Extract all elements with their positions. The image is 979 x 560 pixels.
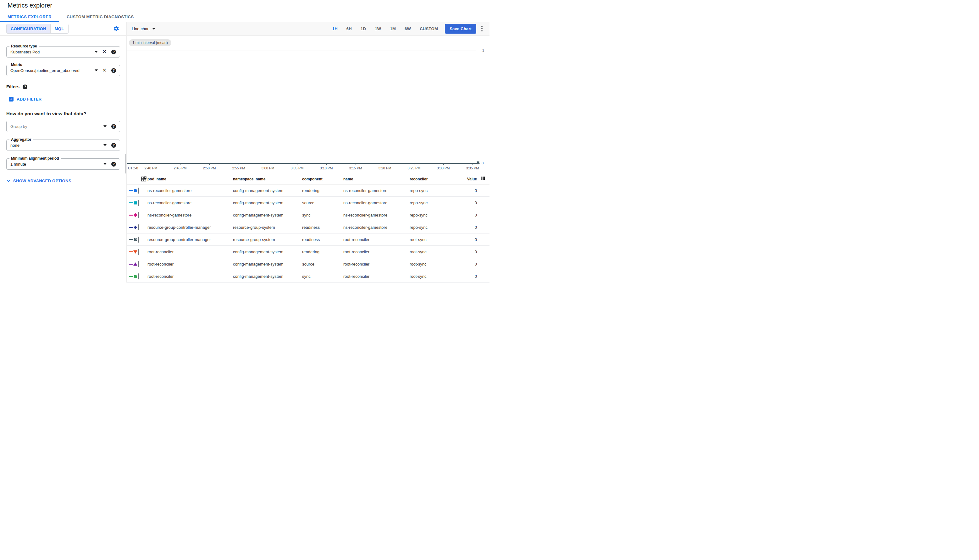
series-checkbox[interactable] (138, 273, 139, 279)
x-axis-tick-label: 3:15 PM (349, 166, 362, 170)
page-header: Metrics explorer (0, 0, 489, 11)
toggle-all-series-icon[interactable] (127, 176, 147, 182)
cell-reconciler: repo-sync (410, 188, 450, 193)
show-advanced-options-button[interactable]: SHOW ADVANCED OPTIONS (6, 178, 120, 183)
column-header-component: component (302, 177, 343, 181)
table-row: ns-reconciler-gamestore config-managemen… (127, 185, 489, 197)
cell-namespace-name: config-management-system (233, 250, 302, 254)
group-by-placeholder: Group by (10, 124, 101, 129)
cell-pod-name: ns-reconciler-gamestore (147, 188, 233, 193)
cell-value: 0 (450, 274, 477, 279)
chart-toolbar: Line chart 1H 6H 1D 1W 1M 6W CUSTOM Save… (127, 22, 489, 35)
data-point-cluster-icon[interactable] (476, 161, 480, 166)
chevron-down-icon[interactable] (103, 125, 107, 127)
configuration-mode-button[interactable]: CONFIGURATION (7, 24, 50, 33)
min-alignment-period-field[interactable]: Minimum alignment period 1 minute ? (6, 158, 120, 170)
cell-reconciler: root-sync (410, 274, 450, 279)
series-checkbox[interactable] (138, 212, 139, 218)
tab-custom-metric-diagnostics[interactable]: CUSTOM METRIC DIAGNOSTICS (59, 11, 141, 22)
tab-custom-metric-diagnostics-label: CUSTOM METRIC DIAGNOSTICS (67, 15, 133, 19)
help-icon[interactable]: ? (111, 68, 116, 73)
help-icon[interactable]: ? (111, 162, 116, 167)
save-chart-button[interactable]: Save Chart (445, 24, 476, 33)
tab-bar: METRICS EXPLORER CUSTOM METRIC DIAGNOSTI… (0, 11, 489, 22)
series-marker-square-icon (129, 201, 137, 205)
series-checkbox[interactable] (138, 249, 139, 255)
resource-type-field[interactable]: Resource type Kubernetes Pod ✕ ? (6, 46, 120, 58)
range-button-1h[interactable]: 1H (332, 27, 338, 31)
more-options-icon[interactable] (480, 25, 484, 33)
group-by-field[interactable]: Group by ? (6, 121, 120, 132)
range-button-1w[interactable]: 1W (375, 27, 381, 31)
cell-namespace-name: config-management-system (233, 188, 302, 193)
help-icon[interactable]: ? (111, 143, 116, 148)
line-chart: 1 min interval (mean) 1 2:40 PM2:45 PM2:… (127, 35, 489, 174)
select-all-checkboxes-icon (141, 176, 147, 182)
cell-value: 0 (450, 213, 477, 217)
series-marker-plus-icon (129, 225, 137, 229)
series-checkbox[interactable] (138, 261, 139, 267)
range-button-6w[interactable]: 6W (405, 27, 411, 31)
cell-component: rendering (302, 250, 343, 254)
chevron-down-icon (152, 28, 155, 30)
y-axis-label-1: 1 (482, 48, 484, 52)
range-button-1m[interactable]: 1M (390, 27, 396, 31)
aggregator-field[interactable]: Aggregator none ? (6, 140, 120, 151)
chevron-down-icon[interactable] (103, 144, 107, 146)
resource-type-value: Kubernetes Pod (10, 50, 92, 54)
x-axis-tick-label: 3:05 PM (291, 166, 304, 170)
series-marker-circle-icon (129, 188, 137, 193)
add-filter-button[interactable]: + ADD FILTER (9, 97, 120, 102)
tab-metrics-explorer[interactable]: METRICS EXPLORER (0, 11, 59, 22)
cell-reconciler: repo-sync (410, 225, 450, 230)
cell-value: 0 (450, 200, 477, 205)
column-header-reconciler: reconciler (410, 177, 450, 181)
clear-icon[interactable]: ✕ (102, 68, 107, 73)
range-button-1d[interactable]: 1D (360, 27, 366, 31)
series-checkbox[interactable] (138, 200, 139, 206)
cell-value: 0 (450, 188, 477, 193)
chevron-down-icon[interactable] (103, 163, 107, 165)
chevron-down-icon[interactable] (95, 51, 98, 53)
legend-table-header: pod_name namespace_name component name r… (127, 174, 489, 185)
table-row: resource-group-controller-manager resour… (127, 221, 489, 233)
cell-name: ns-reconciler-gamestore (343, 188, 410, 193)
x-axis-tickmark (385, 164, 385, 165)
panel-scrollbar-thumb[interactable] (125, 154, 126, 173)
cell-component: source (302, 262, 343, 267)
clear-icon[interactable]: ✕ (102, 49, 107, 54)
settings-gear-icon[interactable] (113, 25, 120, 32)
mode-toggle-group: CONFIGURATION MQL (6, 24, 68, 33)
series-checkbox[interactable] (138, 188, 139, 193)
series-checkbox[interactable] (138, 224, 139, 230)
help-icon[interactable]: ? (111, 124, 116, 129)
mql-mode-button[interactable]: MQL (50, 24, 68, 33)
chevron-down-icon[interactable] (95, 70, 98, 71)
chart-pane: Line chart 1H 6H 1D 1W 1M 6W CUSTOM Save… (127, 22, 489, 283)
cell-pod-name: resource-group-controller-manager (147, 225, 233, 230)
x-axis-tick-label: 3:30 PM (437, 166, 450, 170)
range-button-6h[interactable]: 6H (347, 27, 352, 31)
cell-name: root-reconciler (343, 237, 410, 242)
cell-component: readiness (302, 237, 343, 242)
x-axis-tick-label: 3:25 PM (408, 166, 421, 170)
cell-name: root-reconciler (343, 274, 410, 279)
interval-chip[interactable]: 1 min interval (mean) (129, 39, 171, 46)
range-button-custom[interactable]: CUSTOM (420, 27, 438, 31)
aggregator-label: Aggregator (10, 137, 33, 142)
min-alignment-period-label: Minimum alignment period (10, 156, 61, 161)
series-checkbox[interactable] (138, 237, 139, 243)
metric-field[interactable]: Metric OpenCensus/pipeline_error_observe… (6, 65, 120, 76)
x-axis-tickmark (355, 164, 356, 165)
table-row: ns-reconciler-gamestore config-managemen… (127, 209, 489, 221)
x-axis-tickmark (151, 164, 151, 165)
view-data-heading: How do you want to view that data? (6, 111, 120, 116)
x-axis-tickmark (472, 164, 473, 165)
chart-type-dropdown[interactable]: Line chart (132, 27, 155, 31)
help-icon[interactable]: ? (111, 50, 116, 54)
filters-label: Filters (6, 84, 20, 89)
x-axis-tick-label: 3:20 PM (379, 166, 392, 170)
series-marker-triangle-up-icon (129, 262, 137, 266)
view-columns-icon[interactable] (477, 176, 489, 182)
help-icon[interactable]: ? (23, 85, 27, 89)
